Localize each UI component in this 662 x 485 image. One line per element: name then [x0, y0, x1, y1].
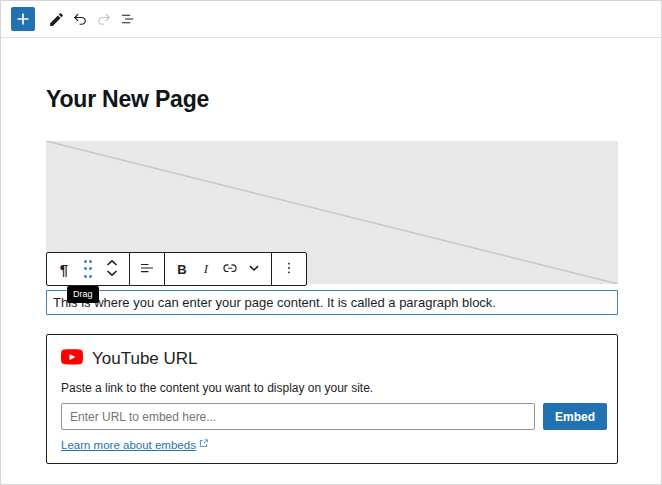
block-toolbar-group-format: B I: [164, 253, 271, 285]
align-button[interactable]: [135, 255, 159, 283]
redo-button[interactable]: [92, 7, 116, 31]
learn-more-link[interactable]: Learn more about embeds: [61, 438, 209, 451]
paragraph-text: This is where you can enter your page co…: [53, 295, 496, 310]
embed-description: Paste a link to the content you want to …: [61, 381, 373, 395]
page-title[interactable]: Your New Page: [46, 86, 209, 113]
bold-icon: B: [177, 262, 186, 277]
paragraph-block-type-button[interactable]: ¶: [52, 255, 76, 283]
embed-url-form: Embed: [61, 403, 607, 430]
options-button[interactable]: [277, 255, 301, 283]
embed-button[interactable]: Embed: [543, 403, 607, 430]
list-view-button[interactable]: [116, 7, 140, 31]
chevron-down-icon: [247, 261, 261, 278]
redo-icon: [95, 10, 113, 28]
link-icon: [221, 259, 239, 280]
learn-more-label: Learn more about embeds: [61, 439, 196, 451]
block-toolbar-group-block: ¶: [47, 253, 129, 285]
embed-url-input[interactable]: [61, 403, 535, 430]
paragraph-block[interactable]: This is where you can enter your page co…: [46, 290, 618, 315]
paragraph-icon: ¶: [60, 261, 68, 278]
embed-title: YouTube URL: [92, 349, 198, 369]
undo-icon: [71, 10, 89, 28]
block-toolbar-group-align: [129, 253, 164, 285]
undo-button[interactable]: [68, 7, 92, 31]
bold-button[interactable]: B: [170, 255, 194, 283]
youtube-icon: [61, 349, 83, 369]
editor-top-toolbar: [1, 1, 661, 38]
external-link-icon: [198, 438, 209, 451]
format-more-dropdown[interactable]: [242, 255, 266, 283]
embed-header: YouTube URL: [61, 349, 198, 369]
tools-button[interactable]: [44, 7, 68, 31]
drag-handle[interactable]: [76, 255, 100, 283]
plus-icon: [13, 9, 33, 29]
block-editor-window: Your New Page ¶: [0, 0, 662, 485]
link-button[interactable]: [218, 255, 242, 283]
align-left-icon: [138, 259, 156, 280]
mover-up-down-icon: [105, 258, 119, 281]
more-options-icon: [281, 260, 297, 279]
block-inserter-button[interactable]: [11, 7, 35, 31]
block-toolbar-group-options: [271, 253, 306, 285]
italic-button[interactable]: I: [194, 255, 218, 283]
block-mover-button[interactable]: [100, 255, 124, 283]
italic-icon: I: [204, 261, 208, 277]
block-toolbar: ¶ B I: [46, 252, 307, 286]
pencil-icon: [48, 11, 65, 28]
list-view-icon: [119, 10, 137, 28]
drag-tooltip: Drag: [67, 286, 99, 303]
youtube-embed-block: YouTube URL Paste a link to the content …: [46, 334, 618, 464]
